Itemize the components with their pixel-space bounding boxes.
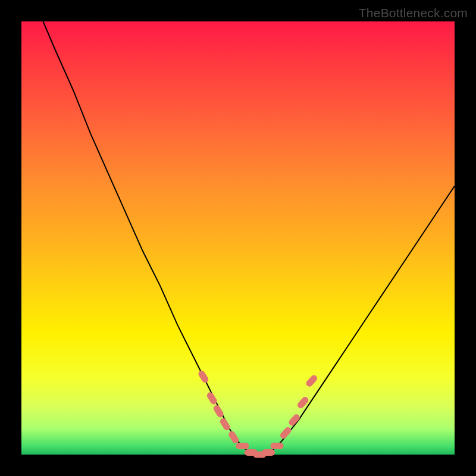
curve-marker xyxy=(279,426,293,440)
curve-marker xyxy=(236,443,249,449)
curve-marker xyxy=(262,449,275,456)
curve-marker xyxy=(271,443,284,449)
watermark-text: TheBottleneck.com xyxy=(359,6,468,20)
curve-marker xyxy=(296,396,310,410)
curve-layer xyxy=(21,21,455,455)
bottleneck-curve xyxy=(43,21,455,455)
curve-marker xyxy=(305,374,318,388)
plot-area xyxy=(21,21,455,455)
markers-group xyxy=(197,369,318,458)
chart-frame: TheBottleneck.com xyxy=(0,0,476,476)
curve-marker xyxy=(197,369,209,384)
